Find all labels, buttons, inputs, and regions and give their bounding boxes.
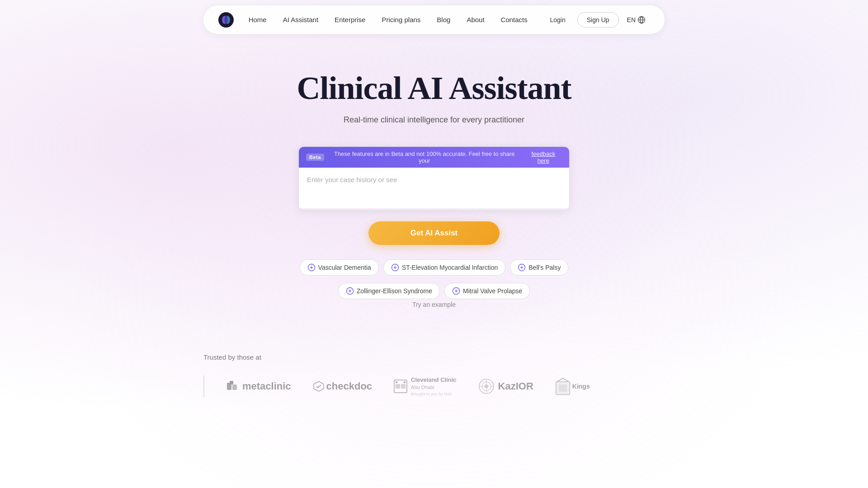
chip-vascular-dementia[interactable]: Vascular Dementia	[300, 259, 379, 276]
plus-circle-icon-5	[452, 287, 460, 295]
example-chips-row1: Vascular Dementia ST-Elevation Myocardia…	[276, 259, 592, 276]
hero-section: Clinical AI Assistant Real-time clinical…	[0, 34, 868, 326]
metaclinic-icon	[226, 380, 239, 393]
metaclinic-name: metaclinic	[242, 380, 291, 392]
nav-pricing-plans[interactable]: Pricing plans	[375, 12, 427, 27]
hero-title: Clinical AI Assistant	[9, 70, 859, 106]
chip-label: Zollinger-Ellison Syndrome	[357, 287, 432, 295]
trusted-section: Trusted by those at metaclinic check	[185, 326, 683, 415]
divider	[203, 375, 204, 397]
svg-rect-26	[401, 384, 406, 389]
beta-text: These features are in Beta and not 100% …	[328, 150, 521, 164]
cleveland-text: Cleveland Clinic Abu Dhabi Brought to yo…	[411, 376, 456, 397]
get-ai-assist-button[interactable]: Get AI Assist	[368, 221, 500, 245]
logo-metaclinic: metaclinic	[226, 380, 291, 393]
kings-text: Kings	[572, 383, 590, 390]
navbar: Home AI Assistant Enterprise Pricing pla…	[203, 5, 665, 34]
navbar-actions: Login Sign Up EN	[542, 12, 650, 28]
chip-label: Mitral Valve Prolapse	[463, 287, 522, 295]
chip-bells-palsy[interactable]: Bell's Palsy	[510, 259, 568, 276]
globe-icon	[637, 16, 646, 24]
svg-point-3	[225, 16, 228, 24]
chip-zollinger[interactable]: Zollinger-Ellison Syndrome	[338, 283, 440, 299]
chip-mitral[interactable]: Mitral Valve Prolapse	[444, 283, 530, 299]
lang-label: EN	[627, 16, 636, 23]
nav-ai-assistant[interactable]: AI Assistant	[277, 12, 325, 27]
nav-blog[interactable]: Blog	[430, 12, 457, 27]
language-selector[interactable]: EN	[623, 13, 650, 27]
signup-button[interactable]: Sign Up	[577, 12, 619, 28]
logo-checkdoc: checkdoc	[313, 380, 373, 392]
nav-links: Home AI Assistant Enterprise Pricing pla…	[242, 12, 534, 27]
chip-label: ST-Elevation Myocardial Infarction	[402, 264, 498, 271]
svg-rect-23	[230, 381, 233, 385]
plus-circle-icon	[307, 263, 316, 272]
checkdoc-name: checkdoc	[326, 380, 373, 392]
kazior-name: KazIOR	[498, 380, 533, 392]
plus-circle-icon-2	[391, 263, 399, 272]
svg-rect-25	[396, 384, 400, 389]
logo[interactable]	[218, 12, 234, 28]
svg-rect-22	[232, 385, 237, 390]
nav-contacts[interactable]: Contacts	[495, 12, 534, 27]
beta-banner: Beta These features are in Beta and not …	[299, 147, 569, 168]
hero-subtitle: Real-time clinical intelligence for ever…	[9, 115, 859, 125]
chip-label: Bell's Palsy	[528, 264, 561, 271]
cleveland-icon	[394, 380, 407, 393]
trusted-label: Trusted by those at	[203, 353, 665, 361]
logo-kings: Kings	[555, 377, 590, 395]
checkdoc-icon	[313, 380, 325, 392]
try-example-label: Try an example	[9, 301, 859, 308]
case-input-container: Beta These features are in Beta and not …	[298, 146, 570, 211]
login-button[interactable]: Login	[542, 13, 573, 27]
plus-circle-icon-4	[346, 287, 354, 295]
logo-icon	[218, 12, 234, 28]
chip-stemi[interactable]: ST-Elevation Myocardial Infarction	[383, 259, 505, 276]
nav-about[interactable]: About	[460, 12, 491, 27]
svg-rect-28	[404, 381, 406, 383]
chip-label: Vascular Dementia	[318, 264, 371, 271]
svg-rect-27	[396, 381, 397, 383]
kazior-icon	[478, 378, 495, 394]
case-history-textarea[interactable]	[299, 168, 569, 208]
logos-row: metaclinic checkdoc	[203, 375, 665, 397]
beta-feedback-link[interactable]: feedback here	[525, 150, 562, 164]
nav-home[interactable]: Home	[242, 12, 273, 27]
kings-icon	[555, 377, 571, 395]
plus-circle-icon-3	[518, 263, 526, 272]
logo-cleveland: Cleveland Clinic Abu Dhabi Brought to yo…	[394, 376, 456, 397]
logo-kazior: KazIOR	[478, 378, 533, 394]
example-chips-row2: Zollinger-Ellison Syndrome Mitral Valve …	[9, 283, 859, 299]
beta-badge: Beta	[306, 154, 324, 161]
svg-rect-34	[559, 385, 567, 392]
nav-enterprise[interactable]: Enterprise	[328, 12, 372, 27]
